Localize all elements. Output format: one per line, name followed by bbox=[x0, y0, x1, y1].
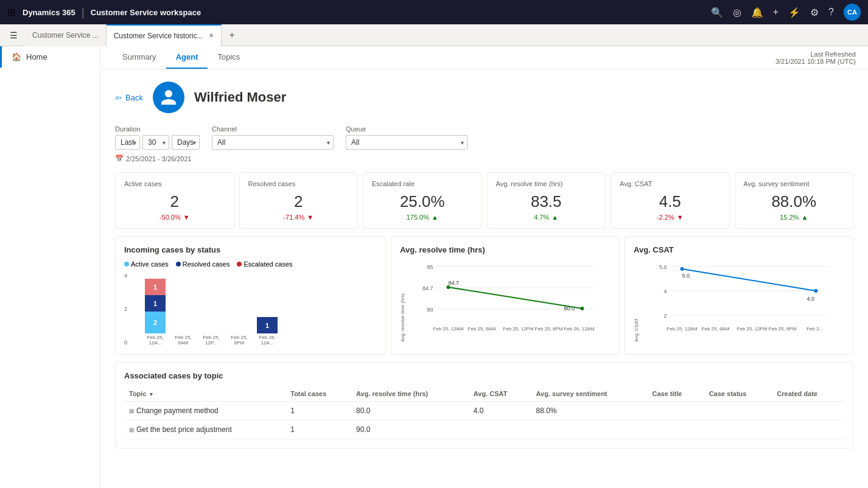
col-avg-csat: Avg. CSAT bbox=[469, 386, 531, 402]
legend-resolved: Resolved cases bbox=[176, 260, 230, 268]
duration-label: Duration bbox=[115, 125, 200, 133]
bar-group-5: 1 Feb 26, 12A... bbox=[254, 277, 280, 346]
resolve-time-svg: 85 84.7 80 84.7 80.0 bbox=[408, 260, 611, 340]
tab-topics[interactable]: Topics bbox=[208, 46, 250, 69]
queue-select[interactable]: All bbox=[346, 135, 467, 150]
bell-icon[interactable]: 🔔 bbox=[751, 7, 763, 18]
cell-case-status-0 bbox=[704, 402, 772, 420]
sidebar-item-home[interactable]: 🏠 Home bbox=[0, 46, 100, 68]
person-icon bbox=[159, 88, 178, 106]
bar-seg-resolved-5: 1 bbox=[257, 317, 278, 333]
agent-name: Wilfried Moser bbox=[194, 89, 286, 105]
main-layout: 🏠 Home Summary Agent Topics Last Refresh… bbox=[0, 46, 868, 488]
kpi-card-2: Escalated rate 25.0% 175.0% ▲ bbox=[363, 172, 482, 229]
kpi-card-4: Avg. CSAT 4.5 -2.2% ▼ bbox=[611, 172, 730, 229]
col-avg-sentiment: Avg. survey sentiment bbox=[531, 386, 648, 402]
home-icon: 🏠 bbox=[12, 52, 21, 61]
hamburger-menu[interactable]: ☰ bbox=[2, 30, 25, 40]
app-grid-icon[interactable]: ⊞ bbox=[7, 7, 15, 18]
tab-historic[interactable]: Customer Service historic... ✕ bbox=[107, 24, 222, 46]
svg-point-24 bbox=[814, 289, 818, 293]
duration-type-wrapper: Last bbox=[115, 135, 140, 150]
svg-text:4: 4 bbox=[664, 288, 667, 295]
kpi-label-4: Avg. CSAT bbox=[620, 180, 721, 187]
cell-topic-0: ⊞Change payment method bbox=[124, 402, 285, 420]
kpi-arrow-4: ▼ bbox=[677, 214, 684, 221]
kpi-value-1: 2 bbox=[248, 192, 349, 211]
search-icon[interactable]: 🔍 bbox=[711, 7, 723, 18]
svg-text:Feb 25, 12AM: Feb 25, 12AM bbox=[667, 326, 698, 332]
queue-filter: Queue All bbox=[346, 125, 467, 150]
svg-text:Feb 25, 6PM: Feb 25, 6PM bbox=[769, 326, 797, 332]
svg-text:Feb 25, 6AM: Feb 25, 6AM bbox=[702, 326, 730, 332]
kpi-card-3: Avg. resolve time (hrs) 83.5 4.7% ▲ bbox=[487, 172, 606, 229]
sub-nav-tabs: Summary Agent Topics bbox=[113, 46, 250, 69]
kpi-label-5: Avg. survey sentiment bbox=[744, 180, 845, 187]
page-content: ⇦ Back Wilfried Moser Duration bbox=[100, 69, 868, 468]
kpi-change-4: -2.2% ▼ bbox=[620, 214, 721, 221]
cell-avg-resolve-1: 90.0 bbox=[351, 420, 469, 439]
svg-text:2: 2 bbox=[664, 313, 667, 319]
channel-select[interactable]: All bbox=[212, 135, 334, 150]
cell-avg-resolve-0: 80.0 bbox=[351, 402, 469, 420]
last-refreshed: Last Refreshed 3/21/2021 10:18 PM (UTC) bbox=[775, 51, 856, 65]
brand-name: Dynamics 365 bbox=[23, 8, 75, 17]
target-icon[interactable]: ◎ bbox=[733, 7, 741, 18]
svg-text:84.7: 84.7 bbox=[449, 280, 460, 286]
svg-text:80: 80 bbox=[427, 307, 433, 313]
duration-filter: Duration Last 30 bbox=[115, 125, 200, 162]
home-label: Home bbox=[26, 52, 47, 61]
bar-group-1: 1 1 2 Feb 25, 12A... bbox=[142, 279, 168, 346]
agent-header: ⇦ Back Wilfried Moser bbox=[115, 82, 853, 113]
kpi-card-0: Active cases 2 -50.0% ▼ bbox=[115, 172, 234, 229]
tab-summary[interactable]: Summary bbox=[113, 46, 166, 69]
queue-label: Queue bbox=[346, 125, 467, 133]
tab-agent[interactable]: Agent bbox=[166, 46, 208, 69]
associated-cases-table-panel: Associated cases by topic Topic ▾ Total … bbox=[115, 362, 853, 448]
top-nav-actions: 🔍 ◎ 🔔 + ⚡ ⚙ ? CA bbox=[711, 4, 861, 21]
user-avatar[interactable]: CA bbox=[844, 4, 861, 21]
tab-customer-service[interactable]: Customer Service ... bbox=[25, 24, 107, 46]
duration-unit-select[interactable]: Days bbox=[172, 135, 200, 150]
sort-icon-topic[interactable]: ▾ bbox=[150, 391, 153, 397]
kpi-arrow-2: ▲ bbox=[432, 214, 438, 221]
svg-text:85: 85 bbox=[427, 264, 433, 270]
agent-avatar bbox=[153, 82, 184, 113]
bar-label-4: Feb 25, 6PM bbox=[226, 335, 252, 346]
tab-add-button[interactable]: + bbox=[222, 30, 242, 41]
incoming-cases-chart: Incoming cases by status Active cases Re… bbox=[115, 236, 386, 355]
bar-label-1: Feb 25, 12A... bbox=[142, 335, 168, 346]
associated-cases-table: Topic ▾ Total cases Avg. resolve time (h… bbox=[124, 386, 844, 439]
cell-total-cases-1: 1 bbox=[285, 420, 351, 439]
cell-avg-sentiment-0: 88.0% bbox=[531, 402, 648, 420]
svg-text:4.0: 4.0 bbox=[807, 296, 815, 302]
duration-value-select[interactable]: 30 bbox=[142, 135, 169, 150]
sidebar: 🏠 Home bbox=[0, 46, 100, 488]
legend-active: Active cases bbox=[124, 260, 169, 268]
back-button[interactable]: ⇦ Back bbox=[115, 93, 143, 102]
help-icon[interactable]: ? bbox=[828, 7, 834, 18]
kpi-value-4: 4.5 bbox=[620, 192, 721, 211]
filter-icon[interactable]: ⚡ bbox=[788, 7, 800, 18]
tab-close-icon[interactable]: ✕ bbox=[209, 32, 214, 39]
duration-controls: Last 30 Days bbox=[115, 135, 200, 150]
svg-text:5.0: 5.0 bbox=[682, 273, 690, 279]
brand-separator: | bbox=[82, 6, 85, 19]
brand: Dynamics 365 | Customer Service workspac… bbox=[23, 6, 201, 19]
duration-type-select[interactable]: Last bbox=[115, 135, 140, 150]
expand-icon-1[interactable]: ⊞ bbox=[129, 427, 134, 433]
settings-icon[interactable]: ⚙ bbox=[810, 7, 819, 18]
calendar-icon: 📅 bbox=[115, 155, 124, 162]
kpi-change-5: 15.2% ▲ bbox=[744, 214, 845, 221]
col-case-status: Case status bbox=[704, 386, 772, 402]
kpi-arrow-0: ▼ bbox=[183, 214, 190, 221]
add-icon[interactable]: + bbox=[773, 7, 779, 18]
cell-total-cases-0: 1 bbox=[285, 402, 351, 420]
avg-csat-chart: Avg. CSAT Avg. CSAT 5.0 4 bbox=[625, 236, 853, 355]
bar-label-5: Feb 26, 12A... bbox=[254, 335, 280, 346]
kpi-change-1: -71.4% ▼ bbox=[248, 214, 349, 221]
col-total-cases: Total cases bbox=[285, 386, 351, 402]
bar-group-4: Feb 25, 6PM bbox=[226, 279, 252, 346]
expand-icon-0[interactable]: ⊞ bbox=[129, 408, 134, 414]
top-nav: ⊞ Dynamics 365 | Customer Service worksp… bbox=[0, 0, 868, 24]
